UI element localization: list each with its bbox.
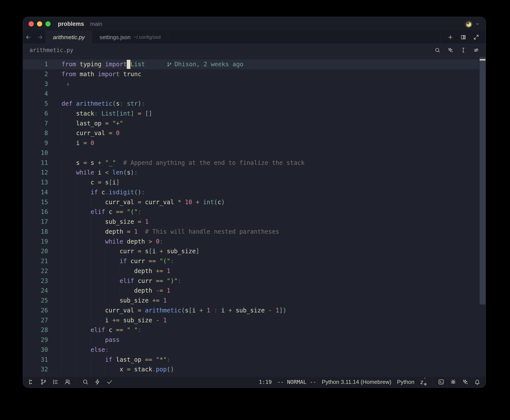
git-branch-icon[interactable] <box>40 379 47 385</box>
search-icon[interactable] <box>435 47 441 53</box>
vim-mode-indicator: -- NORMAL -- <box>278 379 316 385</box>
tab-label: settings.json <box>99 34 131 41</box>
indent-guide <box>76 365 90 374</box>
code-line[interactable]: 27i += sub_size - 1 <box>23 315 486 325</box>
code-line[interactable]: 21if curr == "(": <box>23 256 486 266</box>
tab-arithmetic-py[interactable]: arithmetic.py <box>46 31 92 44</box>
nav-back-icon[interactable] <box>25 34 31 40</box>
indent-guide <box>61 315 76 325</box>
code-line[interactable]: 7last_op = "+" <box>23 119 486 128</box>
git-branch-label[interactable]: main <box>90 21 102 27</box>
bell-icon[interactable] <box>474 379 480 385</box>
code-line[interactable]: 3 <box>23 79 486 89</box>
code-text: stack: List[int] = [] <box>61 109 152 119</box>
git-blame[interactable]: Dhison, 2 weeks ago <box>167 59 243 69</box>
code-line[interactable]: 6stack: List[int] = [] <box>23 109 486 119</box>
outline-icon[interactable] <box>52 379 59 385</box>
code-line[interactable]: 26curr_val = arithmetic(s[i + 1 : i + su… <box>23 306 486 315</box>
text-cursor <box>127 60 130 69</box>
cursor-position[interactable]: 1:19 <box>259 379 272 385</box>
nav-forward-icon[interactable] <box>37 34 43 40</box>
code-line[interactable]: 14if c.isdigit(): <box>23 188 486 197</box>
code-line[interactable]: 18depth = 1 # This will handle nested pa… <box>23 227 486 237</box>
debug-icon[interactable] <box>450 379 457 385</box>
code-line[interactable]: 30else: <box>23 345 486 355</box>
sparkles-icon[interactable] <box>447 47 453 53</box>
zap-icon[interactable] <box>94 379 101 385</box>
code-text <box>61 79 71 89</box>
scrollbar-thumb[interactable] <box>480 57 486 304</box>
ibeam-icon[interactable] <box>460 47 466 53</box>
code-text: sub_size = 1 <box>61 217 149 227</box>
sparkles-icon[interactable] <box>462 379 468 385</box>
split-pane-icon[interactable] <box>460 34 466 40</box>
code-line[interactable]: 2from math import trunc <box>23 69 486 79</box>
code-line[interactable]: 25sub_size += 1 <box>23 296 486 306</box>
code-text: from typing importList Dhison, 2 weeks a… <box>61 59 243 69</box>
code-text: s = s + "_" # Append anything at the end… <box>61 158 305 168</box>
code-line[interactable]: 9i = 0 <box>23 138 486 148</box>
indent-guide <box>105 246 120 256</box>
avatar[interactable] <box>465 20 472 28</box>
maximize-button[interactable] <box>45 21 51 26</box>
code-line[interactable]: 23elif curr == ")": <box>23 276 486 286</box>
indent-guide <box>76 197 90 207</box>
check-icon[interactable] <box>106 379 113 385</box>
indent-guide <box>61 158 76 168</box>
code-line[interactable]: 4 <box>23 89 486 99</box>
tab-settings-json[interactable]: settings.json ~/.config/zed <box>92 31 168 44</box>
code-line[interactable]: 13c = s[i] <box>23 178 486 188</box>
code-line[interactable]: 17sub_size = 1 <box>23 217 486 227</box>
code-line[interactable]: 32x = stack.pop() <box>23 365 486 374</box>
indent-guide <box>105 256 120 266</box>
indent-guide <box>90 197 105 207</box>
code-line[interactable]: 22depth += 1 <box>23 266 486 276</box>
code-line[interactable]: 8curr_val = 0 <box>23 128 486 138</box>
scrollbar-track[interactable] <box>480 57 486 376</box>
indent-guide <box>76 178 90 188</box>
project-panel-icon[interactable] <box>28 379 35 385</box>
code-line[interactable]: 11s = s + "_" # Append anything at the e… <box>23 158 486 168</box>
code-text: curr_val = 0 <box>61 128 120 138</box>
code-line[interactable]: 28elif c == " ": <box>23 325 486 335</box>
line-number: 15 <box>23 197 48 207</box>
code-line[interactable]: 24depth -= 1 <box>23 286 486 296</box>
terminal-icon[interactable] <box>438 379 444 385</box>
code-line[interactable]: 29pass <box>23 335 486 345</box>
line-number: 6 <box>23 109 48 119</box>
code-line[interactable]: 16elif c == "(": <box>23 207 486 217</box>
indent-guide <box>76 276 90 286</box>
code-line[interactable]: 20curr = s[i + sub_size] <box>23 246 486 256</box>
divider <box>432 379 432 385</box>
code-line[interactable]: 15curr_val = curr_val * 10 + int(c) <box>23 197 486 207</box>
code-line[interactable]: 19while depth > 0: <box>23 237 486 247</box>
new-tab-plus-icon[interactable] <box>447 34 453 40</box>
traffic-lights <box>29 21 51 26</box>
search-icon[interactable] <box>82 379 89 385</box>
language-selector[interactable]: Python <box>397 379 414 385</box>
toolchain-selector[interactable]: Python 3.11.14 (Homebrew) <box>322 379 391 385</box>
code-editor[interactable]: 1from typing importList Dhison, 2 weeks … <box>23 57 486 376</box>
expand-icon[interactable] <box>473 34 479 40</box>
indent-guide <box>76 355 90 365</box>
code-text: from math import trunc <box>61 69 141 79</box>
code-line[interactable]: 12while i < len(s): <box>23 168 486 178</box>
code-action-bolt-icon[interactable] <box>65 81 71 88</box>
code-line[interactable]: 5def arithmetic(s: str): <box>23 99 486 109</box>
line-number: 8 <box>23 128 48 138</box>
minimize-button[interactable] <box>37 21 42 26</box>
collab-icon[interactable] <box>64 379 71 385</box>
code-line[interactable]: 10 <box>23 148 486 158</box>
line-number: 19 <box>23 237 48 247</box>
filter-icon[interactable] <box>473 47 479 53</box>
line-number: 30 <box>23 345 48 355</box>
indent-guide <box>90 296 105 306</box>
breadcrumb[interactable]: arithmetic.py <box>30 47 73 53</box>
line-number: 18 <box>23 227 48 237</box>
indent-guide <box>61 207 76 217</box>
chevron-down-icon[interactable] <box>475 21 480 26</box>
code-line[interactable]: 1from typing importList Dhison, 2 weeks … <box>23 59 486 69</box>
edit-prediction-icon[interactable]: zˆ <box>420 379 427 385</box>
close-button[interactable] <box>29 21 34 26</box>
code-line[interactable]: 31if last_op == "*": <box>23 355 486 365</box>
